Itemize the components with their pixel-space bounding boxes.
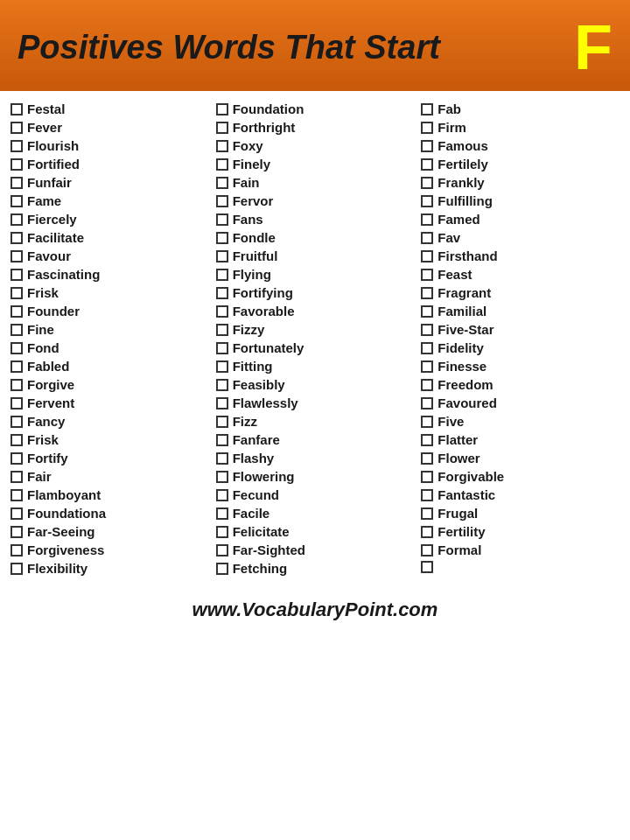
word-item[interactable]: Founder — [7, 302, 213, 320]
checkbox[interactable] — [10, 287, 23, 299]
word-item[interactable]: Fidelity — [417, 339, 623, 357]
checkbox[interactable] — [216, 324, 228, 336]
checkbox[interactable] — [10, 434, 23, 446]
word-item[interactable]: Fav — [417, 228, 623, 247]
checkbox[interactable] — [421, 397, 433, 410]
checkbox[interactable] — [421, 324, 433, 336]
word-item[interactable]: Fortified — [7, 155, 213, 173]
checkbox[interactable] — [216, 563, 228, 575]
word-item[interactable]: Finesse — [417, 357, 623, 375]
checkbox[interactable] — [10, 563, 23, 575]
checkbox[interactable] — [421, 452, 433, 465]
word-item[interactable]: Fans — [213, 210, 418, 228]
checkbox[interactable] — [10, 324, 23, 336]
checkbox[interactable] — [216, 452, 228, 465]
word-item[interactable]: Fertility — [417, 522, 623, 541]
checkbox[interactable] — [10, 269, 23, 281]
word-item[interactable]: Fancy — [7, 412, 213, 430]
word-item[interactable]: Favoured — [417, 394, 623, 412]
word-item[interactable]: Five-Star — [417, 320, 623, 339]
checkbox[interactable] — [216, 177, 228, 189]
word-item[interactable]: Firm — [417, 118, 623, 136]
word-item[interactable]: Fabled — [7, 357, 213, 375]
checkbox[interactable] — [216, 250, 228, 262]
checkbox[interactable] — [421, 416, 433, 428]
word-item[interactable]: Flatter — [417, 430, 623, 449]
checkbox[interactable] — [421, 544, 433, 556]
word-item[interactable]: Fragrant — [417, 284, 623, 302]
checkbox[interactable] — [10, 360, 23, 373]
word-item[interactable]: Frankly — [417, 173, 623, 192]
checkbox[interactable] — [216, 360, 228, 373]
checkbox[interactable] — [10, 232, 23, 244]
checkbox[interactable] — [10, 177, 23, 189]
word-item[interactable]: Fine — [7, 320, 213, 339]
word-item[interactable]: Feasibly — [213, 375, 418, 394]
word-item[interactable]: Frisk — [7, 430, 213, 449]
checkbox[interactable] — [216, 416, 228, 428]
word-item[interactable]: Fame — [7, 192, 213, 210]
word-item[interactable]: Freedom — [417, 375, 623, 394]
checkbox[interactable] — [216, 379, 228, 391]
checkbox[interactable] — [421, 177, 433, 189]
word-item[interactable]: Formal — [417, 541, 623, 559]
checkbox[interactable] — [421, 287, 433, 299]
checkbox[interactable] — [10, 158, 23, 171]
checkbox[interactable] — [10, 489, 23, 501]
word-item[interactable] — [417, 559, 623, 575]
checkbox[interactable] — [216, 489, 228, 501]
word-item[interactable]: Forgivable — [417, 467, 623, 486]
word-item[interactable]: Fizz — [213, 412, 418, 430]
word-item[interactable]: Felicitate — [213, 522, 418, 541]
word-item[interactable]: Fair — [7, 467, 213, 486]
checkbox[interactable] — [421, 471, 433, 483]
word-item[interactable]: Forgive — [7, 375, 213, 394]
word-item[interactable]: Famed — [417, 210, 623, 228]
word-item[interactable]: Far-Seeing — [7, 522, 213, 541]
word-item[interactable]: Far-Sighted — [213, 541, 418, 559]
word-item[interactable]: Finely — [213, 155, 418, 173]
word-item[interactable]: Familial — [417, 302, 623, 320]
checkbox[interactable] — [216, 287, 228, 299]
word-item[interactable]: Forgiveness — [7, 541, 213, 559]
checkbox[interactable] — [10, 305, 23, 318]
word-item[interactable]: Fond — [7, 339, 213, 357]
word-item[interactable]: Flawlessly — [213, 394, 418, 412]
word-item[interactable]: Fulfilling — [417, 192, 623, 210]
word-item[interactable]: Fertilely — [417, 155, 623, 173]
checkbox[interactable] — [421, 561, 433, 573]
checkbox[interactable] — [10, 140, 23, 152]
word-item[interactable]: Frisk — [7, 284, 213, 302]
word-item[interactable]: Fascinating — [7, 265, 213, 284]
word-item[interactable]: Funfair — [7, 173, 213, 192]
checkbox[interactable] — [421, 379, 433, 391]
word-item[interactable]: Famous — [417, 136, 623, 155]
word-item[interactable]: Flowering — [213, 467, 418, 486]
checkbox[interactable] — [216, 471, 228, 483]
checkbox[interactable] — [216, 195, 228, 207]
checkbox[interactable] — [421, 342, 433, 354]
word-item[interactable]: Flourish — [7, 136, 213, 155]
word-item[interactable]: Frugal — [417, 504, 623, 522]
checkbox[interactable] — [10, 250, 23, 262]
checkbox[interactable] — [216, 342, 228, 354]
word-item[interactable]: Foundation — [213, 100, 418, 118]
checkbox[interactable] — [421, 122, 433, 134]
checkbox[interactable] — [421, 250, 433, 262]
checkbox[interactable] — [10, 397, 23, 410]
word-item[interactable]: Fantastic — [417, 486, 623, 504]
checkbox[interactable] — [421, 195, 433, 207]
word-item[interactable]: Fortifying — [213, 284, 418, 302]
word-item[interactable]: Facile — [213, 504, 418, 522]
checkbox[interactable] — [216, 103, 228, 116]
checkbox[interactable] — [216, 397, 228, 410]
word-item[interactable]: Fruitful — [213, 247, 418, 265]
checkbox[interactable] — [10, 214, 23, 226]
checkbox[interactable] — [421, 305, 433, 318]
word-item[interactable]: Feast — [417, 265, 623, 284]
checkbox[interactable] — [216, 122, 228, 134]
word-item[interactable]: Fortify — [7, 449, 213, 467]
checkbox[interactable] — [10, 416, 23, 428]
word-item[interactable]: Fortunately — [213, 339, 418, 357]
checkbox[interactable] — [216, 269, 228, 281]
